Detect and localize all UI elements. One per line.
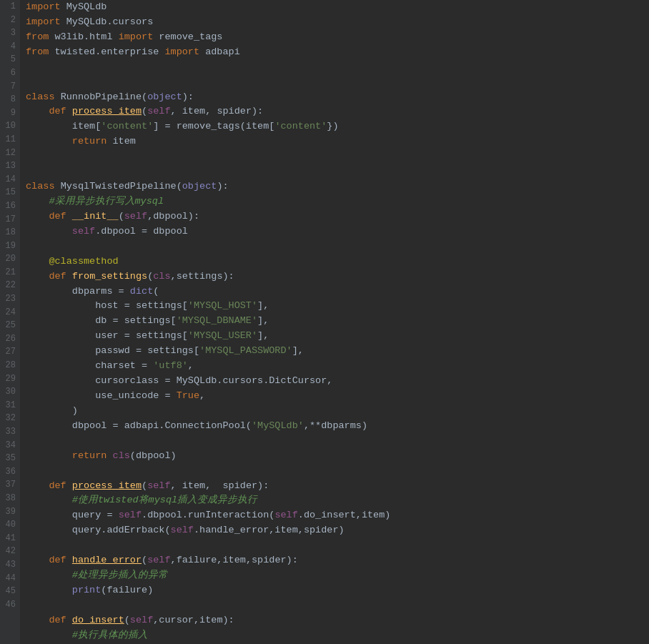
token: = settings[ xyxy=(119,330,188,341)
code-line: ​ xyxy=(26,75,649,90)
token: ,failure,item,spider): xyxy=(171,555,298,565)
token xyxy=(26,615,49,625)
token: db xyxy=(95,315,106,326)
token xyxy=(66,211,72,222)
token: import xyxy=(119,31,154,42)
token: passwd xyxy=(95,345,130,356)
code-line: cursorclass = MySQLdb.cursors.DictCursor… xyxy=(26,374,649,389)
token: (failure) xyxy=(101,585,153,595)
token: cursorclass xyxy=(95,375,159,386)
token: ): xyxy=(217,181,228,192)
code-line: def from_settings(cls,settings): xyxy=(26,269,649,284)
code-line: query = self.dbpool.runInteraction(self.… xyxy=(26,508,649,523)
token: cls xyxy=(113,450,130,461)
line-number: 32 xyxy=(0,412,16,425)
code-line: user = settings['MYSQL_USER'], xyxy=(26,329,649,344)
line-number: 39 xyxy=(0,505,16,519)
token: self xyxy=(171,525,194,535)
code-line: dbparms = dict( xyxy=(26,284,649,299)
token: self xyxy=(147,106,170,117)
token: ,cursor,item): xyxy=(153,615,234,625)
token: def xyxy=(49,271,66,282)
token: from xyxy=(26,31,49,42)
token: dict xyxy=(130,286,153,297)
token: .dbpool.runInteraction( xyxy=(142,510,274,520)
token: cls xyxy=(153,271,170,282)
token: item xyxy=(106,136,136,147)
line-number: 45 xyxy=(0,585,16,598)
code-line: import MySQLdb xyxy=(26,0,649,15)
token: RunnobPipeline xyxy=(61,91,142,102)
token: #执行具体的插入 xyxy=(72,630,148,640)
token: self xyxy=(147,480,170,491)
token: dbparms = xyxy=(26,286,130,297)
code-line: from twisted.enterprise import adbapi xyxy=(26,45,649,60)
token: self xyxy=(147,555,170,565)
token: ( xyxy=(142,91,147,102)
line-number: 4 xyxy=(0,40,16,54)
token: ], xyxy=(292,345,304,356)
line-number: 5 xyxy=(0,53,16,66)
token: query = xyxy=(26,510,119,520)
token: ], xyxy=(257,315,269,326)
token: .handle_error,item,spider) xyxy=(194,525,345,535)
token: from xyxy=(26,46,49,57)
token: ( xyxy=(142,480,147,491)
token: charset xyxy=(95,360,136,371)
token: twisted.enterprise xyxy=(49,46,164,57)
line-number: 22 xyxy=(0,279,16,292)
code-line: item['content'] = remove_tags(item['cont… xyxy=(26,119,649,134)
token: ( xyxy=(119,211,124,222)
token: dbpool = adbapi.ConnectionPool( xyxy=(26,420,252,431)
token xyxy=(26,315,95,326)
code-line: dbpool = adbapi.ConnectionPool('MySQLdb'… xyxy=(26,419,649,434)
token: do_insert xyxy=(72,615,124,625)
line-number: 20 xyxy=(0,252,16,266)
token: process_item xyxy=(72,480,142,491)
code-line: ​ xyxy=(26,60,649,75)
token: ( xyxy=(124,615,130,625)
code-line: ​ xyxy=(26,239,649,254)
code-line: charset = 'utf8', xyxy=(26,359,649,374)
line-number: 41 xyxy=(0,532,16,545)
token: def xyxy=(49,480,66,491)
token xyxy=(66,615,72,625)
line-number: 16 xyxy=(0,199,16,213)
token xyxy=(26,330,95,341)
token: class xyxy=(26,91,55,102)
code-line: self.dbpool = dbpool💡 xyxy=(26,224,649,239)
token xyxy=(26,345,95,356)
line-number: 19 xyxy=(0,239,16,253)
token: 'MySQLdb' xyxy=(252,420,304,431)
token: def xyxy=(49,106,66,117)
code-line: def process_item(self, item, spider): xyxy=(26,479,649,494)
line-number: 7 xyxy=(0,80,16,94)
token: MySQLdb xyxy=(61,1,107,12)
token: MysqlTwistedPipeline xyxy=(61,181,177,192)
line-number: 31 xyxy=(0,399,16,412)
token: w3lib.html xyxy=(49,31,118,42)
token: adbapi xyxy=(199,46,240,57)
line-number: 6 xyxy=(0,66,16,80)
token: use_unicode xyxy=(95,390,159,401)
code-content[interactable]: import MySQLdbimport MySQLdb.cursorsfrom… xyxy=(20,0,649,644)
code-line: ​ xyxy=(26,149,649,164)
code-line: ​ xyxy=(26,434,649,449)
line-number: 11 xyxy=(0,133,16,147)
line-number: 9 xyxy=(0,106,16,120)
token: ) xyxy=(26,405,78,416)
token: #使用twisted将mysql插入变成异步执行 xyxy=(72,495,257,505)
token xyxy=(26,390,95,401)
token: ,dbpool): xyxy=(147,211,199,222)
code-editor: 1234567891011121314151617181920212223242… xyxy=(0,0,649,644)
line-number: 28 xyxy=(0,359,16,372)
code-line: def __init__(self,dbpool): xyxy=(26,209,649,224)
line-number: 35 xyxy=(0,452,16,465)
token xyxy=(26,211,49,222)
line-number: 18 xyxy=(0,226,16,239)
token: ,settings): xyxy=(171,271,234,282)
token: ( xyxy=(142,555,147,565)
code-line: from w3lib.html import remove_tags xyxy=(26,30,649,45)
token: return xyxy=(72,136,107,147)
code-line: print(failure) xyxy=(26,583,649,598)
